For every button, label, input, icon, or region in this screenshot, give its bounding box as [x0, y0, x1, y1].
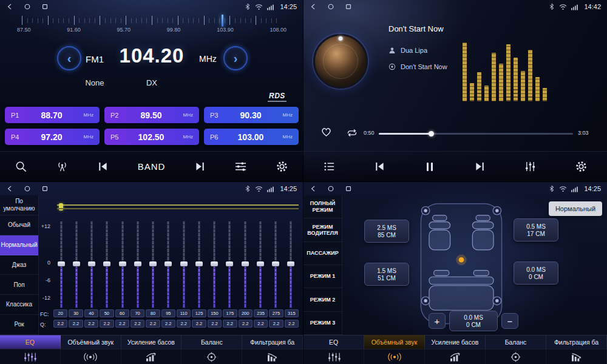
- tab-surround[interactable]: Объёмный звук: [364, 335, 425, 349]
- back-icon[interactable]: [6, 3, 13, 10]
- recents-icon[interactable]: [41, 3, 49, 10]
- tab-bass-boost[interactable]: Усиление басов: [425, 335, 486, 349]
- eq-sliders-icon[interactable]: [0, 349, 61, 364]
- broadcast-icon[interactable]: [56, 160, 69, 173]
- eq-preset-normal[interactable]: Нормальный: [0, 235, 38, 255]
- eq-band-slider[interactable]: [253, 221, 268, 308]
- home-icon[interactable]: [327, 3, 334, 10]
- preset-button-1[interactable]: P1 88.70 MHz: [5, 107, 100, 123]
- favorite-heart-icon[interactable]: [320, 127, 332, 137]
- playlist-icon[interactable]: [323, 161, 336, 172]
- eq-band-knob[interactable]: [287, 261, 294, 266]
- tab-filter[interactable]: Фильтрация ба: [242, 335, 303, 349]
- eq-preset-pop[interactable]: Поп: [0, 275, 38, 295]
- tab-bass-boost[interactable]: Усиление басов: [121, 335, 182, 349]
- recents-icon[interactable]: [41, 185, 49, 192]
- delay-decrease-button[interactable]: −: [501, 313, 518, 329]
- delay-rear-left[interactable]: 1.5 MS 51 CM: [364, 263, 409, 286]
- preset-button-6[interactable]: P6 103.00 MHz: [204, 129, 299, 145]
- eq-band-slider[interactable]: [115, 221, 130, 308]
- mode-3[interactable]: РЕЖИМ 3: [304, 312, 342, 335]
- eq-band-slider[interactable]: [84, 221, 100, 308]
- eq-preset-rock[interactable]: Рок: [0, 315, 38, 335]
- seek-up-button[interactable]: ›: [223, 46, 248, 70]
- eq-band-knob[interactable]: [88, 261, 95, 266]
- eq-band-slider[interactable]: [146, 221, 161, 308]
- master-level-slider[interactable]: [57, 204, 299, 210]
- mode-driver[interactable]: РЕЖИМ ВОДИТЕЛЯ: [304, 218, 342, 241]
- home-icon[interactable]: [24, 185, 31, 192]
- tab-eq[interactable]: EQ: [304, 335, 364, 349]
- recents-icon[interactable]: [345, 3, 352, 10]
- balance-fader-icon[interactable]: [486, 349, 546, 364]
- back-icon[interactable]: [310, 3, 317, 10]
- bass-filter-icon[interactable]: [242, 349, 303, 364]
- back-icon[interactable]: [310, 185, 317, 192]
- eq-band-slider[interactable]: [268, 221, 283, 308]
- previous-track-icon[interactable]: [374, 161, 385, 172]
- eq-band-knob[interactable]: [149, 261, 157, 266]
- eq-band-knob[interactable]: [242, 261, 249, 266]
- eq-preset-custom[interactable]: Обычай: [0, 215, 38, 235]
- tab-surround[interactable]: Объёмный звук: [61, 335, 121, 349]
- eq-band-slider[interactable]: [161, 221, 176, 308]
- progress-knob[interactable]: [429, 131, 434, 136]
- search-icon[interactable]: [15, 160, 27, 173]
- pause-icon[interactable]: [424, 161, 436, 173]
- surround-sound-icon[interactable]: [61, 349, 121, 364]
- eq-band-knob[interactable]: [103, 261, 110, 266]
- home-icon[interactable]: [327, 185, 334, 192]
- recents-icon[interactable]: [345, 185, 352, 192]
- eq-band-slider[interactable]: [130, 221, 145, 308]
- settings-gear-icon[interactable]: [276, 160, 288, 173]
- eq-band-slider[interactable]: [191, 221, 206, 308]
- mixer-icon[interactable]: [524, 161, 537, 172]
- home-icon[interactable]: [24, 3, 31, 10]
- delay-rear-right[interactable]: 0.0 MS 0 CM: [514, 261, 558, 285]
- eq-band-knob[interactable]: [257, 261, 264, 266]
- tab-balance[interactable]: Баланс: [181, 335, 242, 349]
- eq-band-slider[interactable]: [207, 221, 222, 308]
- delay-increase-button[interactable]: +: [429, 313, 446, 329]
- eq-sliders-icon[interactable]: [304, 349, 364, 364]
- mode-1[interactable]: РЕЖИМ 1: [304, 265, 342, 288]
- eq-preset-default[interactable]: По умолчанию: [0, 195, 38, 215]
- delay-front-left[interactable]: 2.5 MS 85 CM: [364, 220, 409, 243]
- preset-button-3[interactable]: P3 90.30 MHz: [204, 107, 299, 123]
- eq-band-knob[interactable]: [58, 261, 65, 266]
- balance-fader-icon[interactable]: [181, 349, 242, 364]
- mode-2[interactable]: РЕЖИМ 2: [304, 288, 342, 311]
- profile-button[interactable]: Нормальный: [549, 201, 602, 216]
- next-track-icon[interactable]: [474, 161, 486, 172]
- progress-bar[interactable]: [379, 133, 573, 135]
- back-icon[interactable]: [6, 185, 13, 192]
- eq-band-knob[interactable]: [226, 261, 233, 266]
- eq-band-knob[interactable]: [180, 261, 188, 266]
- previous-track-icon[interactable]: [97, 161, 109, 172]
- eq-band-knob[interactable]: [195, 261, 203, 266]
- eq-band-knob[interactable]: [119, 261, 126, 266]
- eq-band-knob[interactable]: [272, 261, 279, 266]
- frequency-scale[interactable]: 87.50 91.60 95.70 99.80 103.90 108.00: [17, 15, 287, 36]
- tab-filter[interactable]: Фильтрация ба: [546, 335, 607, 349]
- bass-boost-icon[interactable]: [121, 349, 182, 364]
- eq-band-slider[interactable]: [176, 221, 191, 308]
- eq-band-slider[interactable]: [69, 221, 84, 308]
- eq-band-knob[interactable]: [164, 261, 172, 266]
- eq-preset-jazz[interactable]: Джаз: [0, 255, 38, 275]
- eq-band-slider[interactable]: [222, 221, 237, 308]
- surround-sound-icon[interactable]: [364, 349, 425, 364]
- preset-button-5[interactable]: P5 102.50 MHz: [104, 129, 199, 145]
- eq-band-slider[interactable]: [100, 221, 115, 308]
- tab-balance[interactable]: Баланс: [486, 335, 546, 349]
- eq-preset-classic[interactable]: Классика: [0, 295, 38, 315]
- eq-band-slider[interactable]: [283, 221, 299, 308]
- band-button[interactable]: BAND: [138, 161, 166, 172]
- eq-band-knob[interactable]: [211, 261, 218, 266]
- repeat-icon[interactable]: [346, 129, 358, 137]
- eq-band-knob[interactable]: [134, 261, 141, 266]
- seek-down-button[interactable]: ‹: [57, 46, 81, 70]
- preset-button-4[interactable]: P4 97.20 MHz: [5, 129, 100, 145]
- audio-settings-icon[interactable]: [234, 161, 247, 172]
- mode-passenger[interactable]: ПАССАЖИР: [304, 242, 342, 265]
